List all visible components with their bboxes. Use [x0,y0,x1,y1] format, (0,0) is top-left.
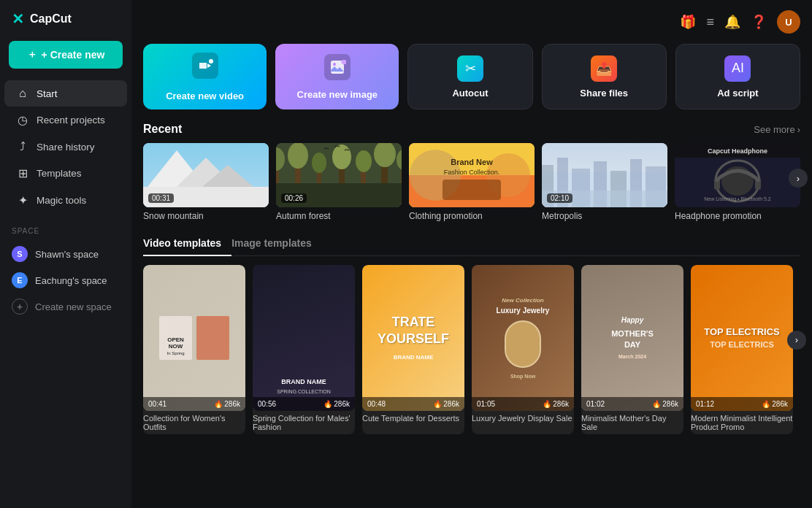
template-thumb-4: New Collection Luxury Jewelry Shop Now 0… [472,265,574,411]
space-shawn[interactable]: S Shawn's space [12,241,120,267]
template-4-overlay: 01:05 🔥 286k [472,397,574,411]
sidebar-item-share-label: Share history [37,142,95,153]
see-more-button[interactable]: See more › [754,124,800,135]
template-thumb-3: TRATE YOURSELF BRAND NAME 00:48 🔥 286k [362,265,464,411]
template-2-duration: 00:56 [258,400,276,408]
autocut-label: Autocut [452,88,488,99]
topbar: 🎁 ≡ 🔔 ❓ U [143,10,800,34]
clothing-promo-thumb: Brand New Fashion Collection. [409,143,535,207]
ad-script-icon: AI [724,55,751,82]
space-eachung[interactable]: E Eachung's space [12,267,120,293]
user-avatar[interactable]: U [777,10,800,34]
svg-text:Fashion Collection.: Fashion Collection. [444,169,500,176]
sidebar-item-magic-tools[interactable]: ✦ Magic tools [4,187,127,214]
template-1-overlay: 00:41 🔥 286k [143,397,245,411]
recent-item-metropolis[interactable]: 02:10 Metropolis [542,143,667,221]
shawn-space-label: Shawn's space [35,249,99,260]
recent-next-button[interactable]: › [789,169,808,188]
template-6-duration: 01:12 [696,400,714,408]
snow-mountain-thumb: 00:31 [143,143,269,207]
autumn-forest-name: Autumn forest [276,211,402,221]
templates-next-button[interactable]: › [787,331,806,350]
sidebar-item-templates[interactable]: ⊞ Templates [4,160,127,187]
svg-point-1 [209,59,213,64]
sidebar-item-start[interactable]: ⌂ Start [4,80,127,107]
template-6-title: Modern Minimalist Intelligent Product Pr… [691,411,793,434]
recent-item-headphone-promo[interactable]: Capcut Headphone New Listening • Bluetoo… [675,143,800,221]
quick-actions: Create new video Create new image ✂ Auto… [143,44,800,109]
template-card-1[interactable]: OPEN NOWIn Spring 00:41 🔥 286k Collectio… [143,265,245,434]
new-video-label: Create new video [166,91,244,101]
template-card-3[interactable]: TRATE YOURSELF BRAND NAME 00:48 🔥 286k C… [362,265,464,434]
shawn-avatar: S [12,246,28,262]
main-content: 🎁 ≡ 🔔 ❓ U Create new video [131,0,812,508]
template-card-5[interactable]: Happy MOTHER'SDAY March 2024 01:02 🔥 286… [581,265,683,434]
sidebar-item-magic-label: Magic tools [37,195,86,206]
template-1-duration: 00:41 [148,400,166,408]
svg-rect-35 [443,180,501,200]
recent-item-autumn-forest[interactable]: 00:26 Autumn forest [276,143,402,221]
new-video-icon [192,53,218,85]
template-card-6[interactable]: TOP ELECTRICS TOP ELECTRICS 01:12 🔥 286k… [691,265,793,434]
template-3-overlay: 00:48 🔥 286k [362,397,464,411]
template-5-likes: 🔥 286k [652,400,678,408]
create-space-button[interactable]: + Create new space [12,293,120,320]
ad-script-card[interactable]: AI Ad script [675,44,800,109]
recent-title: Recent [143,123,182,136]
template-5-duration: 01:02 [586,400,605,408]
clothing-promo-name: Clothing promotion [409,211,535,221]
gift-icon[interactable]: 🎁 [680,14,696,30]
create-new-image-card[interactable]: Create new image [275,44,399,109]
new-image-label: Create new image [297,89,378,100]
template-thumb-2: BRAND NAMESPRING COLLECTION 00:56 🔥 286k [253,265,355,411]
metropolis-time: 02:10 [547,193,572,203]
template-4-likes: 🔥 286k [543,400,569,408]
template-6-overlay: 01:12 🔥 286k [691,397,793,411]
clock-icon: ◷ [16,113,29,127]
svg-text:Capcut Headphone: Capcut Headphone [708,147,767,155]
bell-icon[interactable]: 🔔 [724,14,740,30]
template-card-2[interactable]: BRAND NAMESPRING COLLECTION 00:56 🔥 286k… [253,265,355,434]
logo: ✕ CapCut [0,10,131,41]
tab-image-templates[interactable]: Image templates [231,233,322,256]
sidebar-item-recent[interactable]: ◷ Recent projects [4,107,127,134]
autumn-forest-thumb: 00:26 [276,143,402,207]
help-icon[interactable]: ❓ [751,14,767,30]
template-5-title: Minimalist Mother's Day Sale [581,411,683,434]
sidebar-item-templates-label: Templates [37,168,82,179]
template-4-duration: 01:05 [477,400,495,408]
share-files-card[interactable]: 📤 Share files [542,44,667,109]
sidebar-item-share-history[interactable]: ⤴ Share history [4,134,127,160]
template-5-overlay: 01:02 🔥 286k [581,397,683,411]
autocut-card[interactable]: ✂ Autocut [407,44,532,109]
svg-point-20 [312,153,326,173]
create-new-video-card[interactable]: Create new video [143,44,267,109]
sidebar-item-recent-label: Recent projects [37,115,105,126]
svg-point-24 [356,150,372,172]
ad-script-label: Ad script [717,88,758,99]
template-card-4[interactable]: New Collection Luxury Jewelry Shop Now 0… [472,265,574,434]
template-3-title: Cute Template for Desserts [362,411,464,426]
template-2-likes: 🔥 286k [323,400,350,408]
template-thumb-1: OPEN NOWIn Spring 00:41 🔥 286k [143,265,245,411]
template-thumb-5: Happy MOTHER'SDAY March 2024 01:02 🔥 286… [581,265,683,411]
recent-item-snow-mountain[interactable]: 00:31 Snow mountain [143,143,269,221]
template-thumb-6: TOP ELECTRICS TOP ELECTRICS 01:12 🔥 286k [691,265,793,411]
svg-point-4 [333,63,336,66]
recent-item-clothing-promo[interactable]: Brand New Fashion Collection. Clothing p… [409,143,535,221]
metropolis-name: Metropolis [542,211,667,221]
create-space-label: Create new space [35,301,112,312]
template-4-title: Luxury Jewelry Display Sale [472,411,574,426]
template-1-likes: 🔥 286k [214,400,240,408]
recent-section-header: Recent See more › [143,123,800,136]
sidebar-item-start-label: Start [37,88,58,99]
template-icon: ⊞ [16,166,29,180]
create-new-button[interactable]: ＋ + Create new [9,41,123,69]
metropolis-thumb: 02:10 [542,143,667,207]
recent-items-row: 00:31 Snow mountain [143,143,800,221]
menu-icon[interactable]: ≡ [706,15,714,30]
space-section: SPACE S Shawn's space E Eachung's space … [0,227,131,320]
headphone-promo-thumb: Capcut Headphone New Listening • Bluetoo… [675,143,800,207]
tab-video-templates[interactable]: Video templates [143,233,231,256]
svg-text:Brand New: Brand New [451,158,493,166]
